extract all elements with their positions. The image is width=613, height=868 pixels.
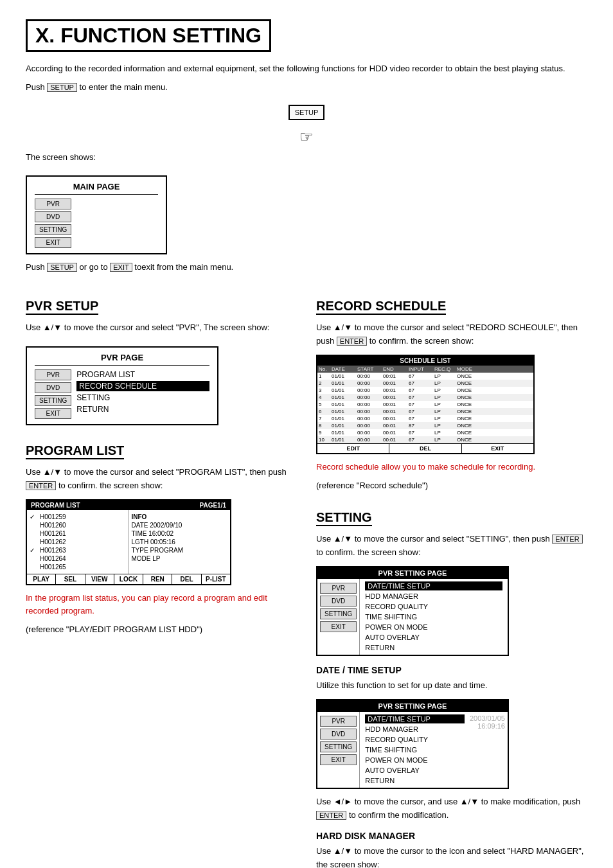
pvr-sidebar-dvd: DVD	[35, 382, 71, 393]
pvr-setting-box2: PVR SETTING PAGE PVR DVD SETTING EXIT DA…	[316, 699, 509, 789]
setting-intro: Use ▲/▼ to move the cursor and select "S…	[316, 533, 587, 560]
list-item: H001260	[30, 521, 126, 529]
pvr-menu-recquality: RECORD QUALITY	[365, 602, 502, 611]
pvr-menu-poweronmode: POWER ON MODE	[365, 623, 502, 632]
pvr2-menu-recquality: RECORD QUALITY	[365, 735, 465, 744]
pvr-date: 2003/01/05	[470, 714, 505, 722]
setting-heading: SETTING	[316, 510, 372, 526]
list-item: H001261	[30, 529, 126, 538]
pl-page: PAGE1/1	[200, 502, 227, 509]
table-row: 801/0100:0000:0187LPONCE	[317, 422, 533, 429]
list-item: H001264	[30, 554, 126, 563]
sch-btn-exit[interactable]: EXIT	[462, 444, 533, 453]
pl-colored-text: In the program list status, you can play…	[26, 592, 297, 619]
pl-info: INFO DATE 2002/09/10 TIME 16:00:02 LGTH …	[129, 510, 231, 574]
pl-btn-view[interactable]: VIEW	[85, 574, 114, 584]
pvr-menu-return: RETURN	[76, 404, 209, 414]
pl-btn-plist[interactable]: P-LIST	[202, 574, 230, 584]
main-page-title: MAIN PAGE	[35, 182, 158, 195]
pvr-sidebar-pvr: PVR	[35, 369, 71, 380]
sch-btn-del[interactable]: DEL	[389, 444, 461, 453]
table-row: 201/0100:0000:0167LPONCE	[317, 380, 533, 387]
table-row: 301/0100:0000:0167LPONCE	[317, 387, 533, 394]
enter-key-dt: ENTER	[316, 811, 346, 820]
intro-text: According to the recorded information an…	[26, 62, 587, 76]
hdd-manager-heading: HARD DISK MANAGER	[316, 831, 587, 841]
pvr-setting2-menu: DATE/TIME SETUP HDD MANAGER RECORD QUALI…	[360, 712, 470, 788]
pvr-menu-setting: SETTING	[76, 393, 209, 403]
pl-btn-lock[interactable]: LOCK	[114, 574, 143, 584]
enter-key-pl: ENTER	[26, 481, 56, 490]
main-page-sidebar: PVR DVD SETTING EXIT	[35, 199, 71, 248]
hand-cursor-icon: ☞	[26, 128, 587, 146]
program-list-intro: Use ▲/▼ to move the cursor and select "P…	[26, 466, 297, 493]
pvr-setting-sidebar: PVR DVD SETTING EXIT	[317, 579, 360, 655]
schedule-title: SCHEDULE LIST	[317, 356, 533, 366]
pvr-setting2-sidebar: PVR DVD SETTING EXIT	[317, 712, 360, 788]
pvr-menu-program-list: PROGRAM LIST	[76, 369, 209, 380]
list-item: ✓H001259	[30, 513, 126, 521]
pl-btn-sel[interactable]: SEL	[56, 574, 85, 584]
pvr2-menu-datetime: DATE/TIME SETUP	[365, 714, 465, 723]
pvr-menu-autooverlay: AUTO OVERLAY	[365, 633, 502, 642]
exit-key: EXIT	[110, 263, 132, 272]
pvr2-exit: EXIT	[320, 754, 357, 765]
pvr-set-pvr: PVR	[320, 583, 357, 594]
record-schedule-heading: RECORD SCHEDULE	[316, 299, 446, 315]
pvr-menu-hdd: HDD MANAGER	[365, 592, 502, 601]
pvr-menu-timeshifting: TIME SHIFTING	[365, 612, 502, 621]
schedule-footer: EDIT DEL EXIT	[317, 443, 533, 453]
pvr-setting-box: PVR SETTING PAGE PVR DVD SETTING EXIT DA…	[316, 566, 509, 656]
pvr2-menu-timeshifting: TIME SHIFTING	[365, 745, 465, 754]
program-list-heading: PROGRAM LIST	[26, 443, 124, 459]
pvr-sidebar-setting: SETTING	[35, 395, 71, 406]
pl-footer: PLAY SEL VIEW LOCK REN DEL P-LIST	[27, 574, 230, 584]
main-sidebar-setting: SETTING	[35, 224, 71, 235]
rs-reference: (reference "Record schedule")	[316, 479, 587, 493]
pl-btn-del[interactable]: DEL	[172, 574, 201, 584]
pvr-setting-title: PVR SETTING PAGE	[317, 567, 508, 579]
pvr-set-exit: EXIT	[320, 621, 357, 632]
list-item: H001262	[30, 538, 126, 546]
main-sidebar-pvr: PVR	[35, 199, 71, 209]
main-sidebar-dvd: DVD	[35, 211, 71, 222]
hdd-manager-text: Use ▲/▼ to move the cursor to the icon a…	[316, 845, 587, 868]
pvr-set-dvd: DVD	[320, 596, 357, 607]
pl-reference: (reference "PLAY/EDIT PROGRAM LIST HDD")	[26, 623, 297, 637]
pvr-setup-intro: Use ▲/▼ to move the cursor and select "P…	[26, 321, 297, 335]
pvr-sidebar-exit: EXIT	[35, 408, 71, 419]
list-item: ✓H001263	[30, 546, 126, 554]
screen-shows-label: The screen shows:	[26, 151, 587, 164]
pvr2-menu-hdd: HDD MANAGER	[365, 725, 465, 734]
pvr2-dvd: DVD	[320, 729, 357, 740]
table-row: 701/0100:0000:0167LPONCE	[317, 415, 533, 422]
table-row: 401/0100:0000:0167LPONCE	[317, 394, 533, 401]
pvr-setup-heading: PVR SETUP	[26, 299, 98, 315]
pl-btn-play[interactable]: PLAY	[27, 574, 56, 584]
pvr-setting2-title: PVR SETTING PAGE	[317, 700, 508, 712]
pvr2-menu-poweronmode: POWER ON MODE	[365, 756, 465, 765]
pvr2-pvr: PVR	[320, 716, 357, 727]
enter-key-setting: ENTER	[552, 535, 582, 544]
setup-label: SETUP	[289, 105, 325, 120]
date-time-text: Utilize this function to set for up date…	[316, 679, 587, 693]
table-row: 501/0100:0000:0167LPONCE	[317, 401, 533, 408]
table-row: 1001/0100:0000:0167LPONCE	[317, 436, 533, 443]
pvr-setting-menu: DATE/TIME SETUP HDD MANAGER RECORD QUALI…	[360, 579, 508, 655]
pl-btn-ren[interactable]: REN	[143, 574, 172, 584]
pvr-menu-return: RETURN	[365, 643, 502, 652]
list-item: H001265	[30, 563, 126, 571]
sch-btn-edit[interactable]: EDIT	[317, 444, 389, 453]
pvr-menu-record-schedule: RECORD SCHEDULE	[76, 381, 209, 391]
setup-key2: SETUP	[47, 263, 77, 272]
pvr-page-menu: PROGRAM LIST RECORD SCHEDULE SETTING RET…	[76, 369, 209, 419]
schedule-box: SCHEDULE LIST No.DATESTARTENDINPUTREC.QM…	[316, 355, 535, 454]
pvr2-setting: SETTING	[320, 741, 357, 752]
pvr-page-title: PVR PAGE	[35, 353, 209, 366]
pvr2-menu-return: RETURN	[365, 776, 465, 785]
date-time-heading: DATE / TIME SETUP	[316, 665, 587, 675]
rs-colored-text: Record schedule allow you to make schedu…	[316, 461, 587, 474]
main-sidebar-exit: EXIT	[35, 237, 71, 248]
pvr-page-box: PVR PAGE PVR DVD SETTING EXIT PROGRAM LI…	[26, 346, 218, 425]
page-title: X. FUNCTION SETTING	[26, 19, 271, 52]
